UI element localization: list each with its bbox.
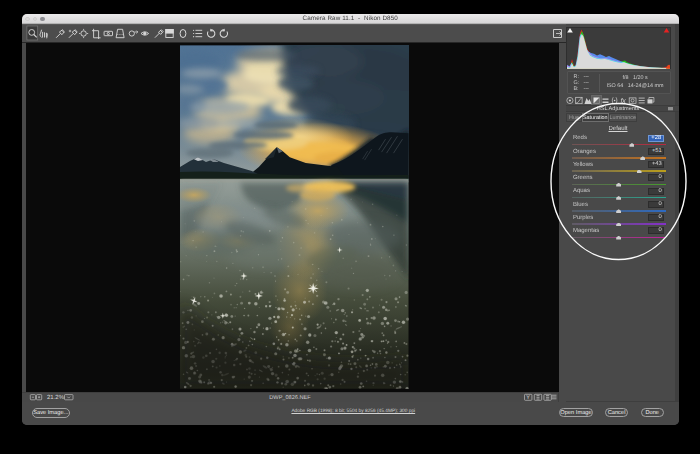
svg-text:fx: fx (620, 97, 626, 105)
svg-text:21.2%: 21.2% (47, 394, 65, 401)
svg-text:Y: Y (526, 395, 530, 401)
svg-text:DWP_0826.NEF: DWP_0826.NEF (269, 395, 311, 401)
